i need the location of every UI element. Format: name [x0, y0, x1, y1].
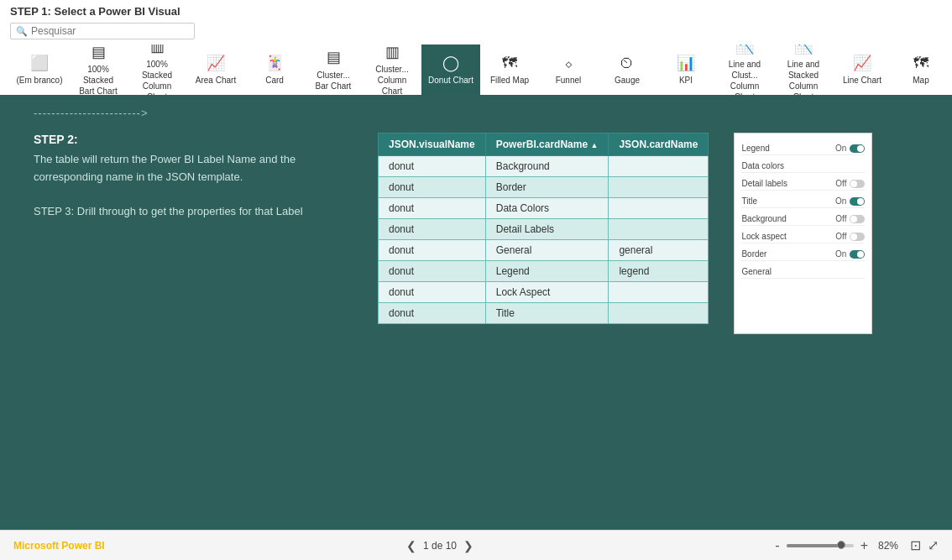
tab-cluster-bar[interactable]: ▤ Cluster... Bar Chart — [304, 44, 363, 95]
tab-line-cluster-label: Line and Clust... Column Chart — [721, 59, 768, 95]
tab-cluster-bar-label: Cluster... Bar Chart — [310, 70, 357, 92]
visual-tabs: ⬜ (Em branco) ▤ 100% Stacked Bart Chart … — [10, 44, 942, 95]
preview-toggle[interactable]: Off — [835, 179, 865, 188]
tab-kpi[interactable]: 📊 KPI — [656, 44, 715, 95]
preview-row: LegendOn — [741, 142, 865, 155]
tab-em-branco-icon: ⬜ — [30, 54, 49, 73]
tab-area-chart[interactable]: 📈 Area Chart — [186, 44, 245, 95]
preview-toggle-label: On — [835, 196, 846, 206]
tab-line-chart-label: Line Chart — [843, 75, 881, 86]
cell-visual: donut — [379, 198, 486, 219]
col-header-visual: JSON.visualName — [379, 133, 486, 156]
cell-json — [609, 177, 709, 198]
main-content: ------------------------> STEP 2: The ta… — [0, 95, 952, 348]
tab-line-cluster[interactable]: 📉 Line and Clust... Column Chart — [715, 44, 774, 95]
preview-row-label: Border — [741, 249, 766, 259]
search-input[interactable] — [31, 25, 189, 37]
cell-visual: donut — [379, 219, 486, 240]
toggle-dot-icon — [850, 250, 865, 259]
content-area: STEP 2: The table will return the Power … — [34, 133, 918, 334]
cell-card: Detail Labels — [485, 219, 609, 240]
tab-em-branco[interactable]: ⬜ (Em branco) — [10, 44, 69, 95]
tab-line-chart[interactable]: 📈 Line Chart — [833, 44, 892, 95]
preview-toggle-label: Off — [835, 232, 846, 241]
cell-card: General — [485, 240, 609, 261]
tab-funnel[interactable]: ⬦ Funnel — [539, 44, 598, 95]
zoom-minus-button[interactable]: - — [775, 538, 779, 553]
tab-area-chart-icon: 📈 — [207, 54, 225, 73]
step1-label: STEP 1: Select a Power BI Visual — [10, 5, 942, 18]
preview-toggle[interactable]: On — [835, 144, 865, 153]
table-row[interactable]: donutLegendlegend — [379, 261, 709, 282]
tab-donut-chart[interactable]: ◯ Donut Chart — [421, 44, 480, 95]
tab-gauge-icon: ⏲ — [620, 54, 635, 73]
cell-json — [609, 282, 709, 303]
data-table: JSON.visualName PowerBI.cardName JSON.ca… — [378, 133, 709, 324]
tab-card-icon: 🃏 — [265, 54, 284, 73]
tab-line-stacked-label: Line and Stacked Column Chart — [780, 59, 827, 95]
tab-100-stacked-column-icon: ▥ — [150, 44, 165, 57]
powerbi-link[interactable]: Microsoft Power BI — [13, 540, 105, 552]
search-box[interactable]: 🔍 — [10, 23, 195, 39]
arrow-line: ------------------------> — [34, 107, 918, 119]
expand-icon[interactable]: ⤢ — [928, 537, 939, 553]
tab-filled-map-label: Filled Map — [490, 75, 529, 86]
cell-visual: donut — [379, 282, 486, 303]
table-row[interactable]: donutGeneralgeneral — [379, 240, 709, 261]
cell-card: Legend — [485, 261, 609, 282]
preview-row: General — [741, 265, 865, 279]
left-panel: STEP 2: The table will return the Power … — [34, 133, 353, 220]
preview-toggle[interactable]: Off — [835, 232, 865, 241]
col-header-card[interactable]: PowerBI.cardName — [485, 133, 609, 156]
preview-toggle[interactable]: On — [835, 196, 865, 206]
tab-100-stacked-bar[interactable]: ▤ 100% Stacked Bart Chart — [69, 44, 128, 95]
page-prev-button[interactable]: ❮ — [406, 539, 416, 552]
tab-line-stacked-icon: 📉 — [794, 44, 813, 57]
cell-json: general — [609, 240, 709, 261]
preview-row: BorderOn — [741, 248, 865, 261]
tab-100-stacked-column[interactable]: ▥ 100% Stacked Column Chart — [128, 44, 186, 95]
table-row[interactable]: donutBorder — [379, 177, 709, 198]
tab-filled-map[interactable]: 🗺 Filled Map — [480, 44, 539, 95]
preview-toggle[interactable]: On — [835, 249, 865, 259]
table-row[interactable]: donutTitle — [379, 303, 709, 324]
cell-card: Background — [485, 156, 609, 177]
zoom-plus-button[interactable]: + — [860, 538, 868, 553]
tab-area-chart-label: Area Chart — [196, 75, 236, 86]
table-row[interactable]: donutLock Aspect — [379, 282, 709, 303]
preview-row-label: Title — [741, 196, 757, 206]
preview-row: BackgroundOff — [741, 212, 865, 226]
preview-row: TitleOn — [741, 195, 865, 208]
zoom-bar-container: - + 82% ⊡ ⤢ — [775, 537, 939, 553]
tab-filled-map-icon: 🗺 — [502, 54, 517, 73]
zoom-slider-fill — [787, 544, 839, 547]
tab-map-label: Map — [913, 75, 928, 86]
cell-visual: donut — [379, 240, 486, 261]
table-row[interactable]: donutData Colors — [379, 198, 709, 219]
tab-cluster-column[interactable]: ▥ Cluster... Column Chart — [363, 44, 421, 95]
zoom-slider[interactable] — [787, 544, 854, 547]
tab-gauge[interactable]: ⏲ Gauge — [598, 44, 656, 95]
table-row[interactable]: donutBackground — [379, 156, 709, 177]
page-next-button[interactable]: ❯ — [463, 539, 473, 552]
step3-text-content: STEP 3: Drill through to get the propert… — [34, 205, 303, 217]
preview-toggle[interactable]: Off — [835, 214, 865, 223]
search-icon: 🔍 — [16, 26, 28, 37]
cell-visual: donut — [379, 156, 486, 177]
step2-desc: The table will return the Power BI Label… — [34, 151, 353, 186]
preview-row: Detail labelsOff — [741, 177, 865, 191]
cell-json — [609, 198, 709, 219]
cell-json — [609, 156, 709, 177]
cell-json — [609, 219, 709, 240]
tab-line-stacked[interactable]: 📉 Line and Stacked Column Chart — [774, 44, 833, 95]
tab-card[interactable]: 🃏 Card — [245, 44, 304, 95]
tab-map[interactable]: 🗺 Map — [892, 44, 942, 95]
fit-icon[interactable]: ⊡ — [910, 537, 921, 553]
table-row[interactable]: donutDetail Labels — [379, 219, 709, 240]
zoom-thumb — [837, 541, 845, 549]
tab-cluster-column-icon: ▥ — [385, 44, 400, 62]
cell-card: Title — [485, 303, 609, 324]
tab-line-cluster-icon: 📉 — [735, 44, 754, 57]
toggle-dot-icon — [850, 144, 865, 153]
preview-panel: LegendOn Data colorsDetail labelsOffTitl… — [734, 133, 872, 334]
